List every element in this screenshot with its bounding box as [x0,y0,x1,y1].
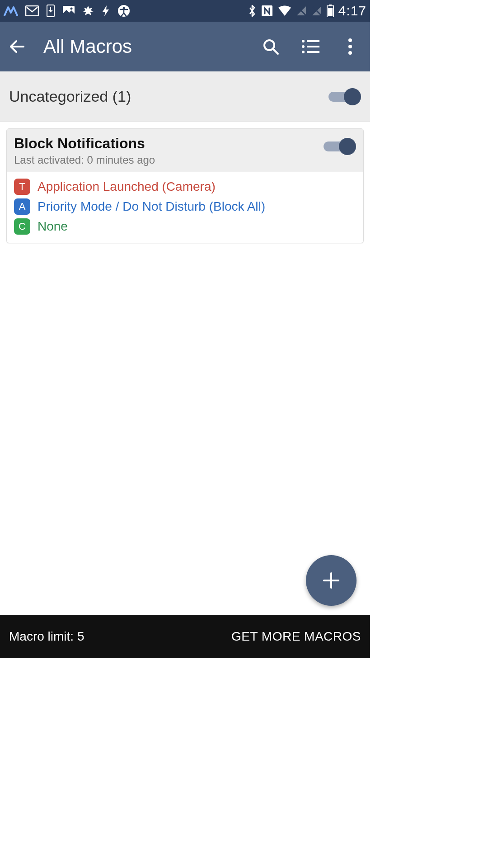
image-icon [62,5,75,16]
accessibility-icon [117,5,130,17]
bottom-bar: Macro limit: 5 GET MORE MACROS [0,615,370,658]
app-icon [4,5,18,16]
svg-point-16 [302,45,305,48]
svg-line-13 [273,49,278,54]
trigger-text: Application Launched (Camera) [38,179,216,194]
category-toggle[interactable] [328,88,361,105]
plus-icon [321,571,341,590]
constraint-row[interactable]: C None [10,217,360,236]
leaf-icon [82,5,94,17]
status-time: 4:17 [338,3,366,19]
list-icon [301,39,319,54]
status-right-icons: 4:17 [248,3,366,19]
status-left-icons [4,5,130,17]
nfc-icon [261,5,273,17]
macro-limit-label: Macro limit: 5 [9,629,84,644]
mail-icon [25,5,39,16]
get-more-macros-button[interactable]: GET MORE MACROS [231,629,361,644]
switch-thumb [339,138,356,155]
arrow-left-icon [8,38,26,56]
back-button[interactable] [7,37,27,57]
constraint-badge: C [14,218,30,235]
svg-point-22 [348,51,352,55]
svg-point-20 [348,38,352,42]
macro-subtitle: Last activated: 0 minutes ago [14,154,324,166]
macro-card[interactable]: Block Notifications Last activated: 0 mi… [6,128,364,243]
macro-title: Block Notifications [14,135,324,152]
app-toolbar: All Macros [0,22,370,71]
battery-icon [327,5,334,17]
svg-point-14 [302,40,305,42]
view-list-button[interactable] [301,38,319,56]
category-label: Uncategorized (1) [9,88,131,105]
signal-icon-off-1 [296,5,307,16]
trigger-badge: T [14,179,30,195]
svg-point-3 [70,8,73,10]
page-title: All Macros [43,36,262,57]
action-row[interactable]: A Priority Mode / Do Not Disturb (Block … [10,197,360,217]
svg-point-21 [348,45,352,48]
category-header[interactable]: Uncategorized (1) [0,71,370,122]
action-badge: A [14,198,30,215]
signal-icon-off-2 [311,5,322,16]
wifi-icon [278,5,291,16]
macro-card-header: Block Notifications Last activated: 0 mi… [7,129,363,172]
download-icon [46,5,55,17]
switch-thumb [344,88,361,105]
add-macro-fab[interactable] [306,555,357,606]
macro-toggle[interactable] [324,138,356,155]
bolt-icon [101,5,110,17]
svg-point-18 [302,51,305,53]
constraint-text: None [38,219,68,234]
toolbar-actions [262,38,363,56]
search-icon [262,38,280,56]
action-text: Priority Mode / Do Not Disturb (Block Al… [38,199,265,214]
svg-rect-11 [328,8,333,16]
bluetooth-icon [248,4,256,18]
content-area: Block Notifications Last activated: 0 mi… [0,122,370,243]
status-bar: 4:17 [0,0,370,22]
overflow-menu-button[interactable] [341,38,359,56]
trigger-row[interactable]: T Application Launched (Camera) [10,177,360,197]
search-button[interactable] [262,38,280,56]
macro-card-body: T Application Launched (Camera) A Priori… [7,172,363,243]
more-vert-icon [348,38,352,55]
